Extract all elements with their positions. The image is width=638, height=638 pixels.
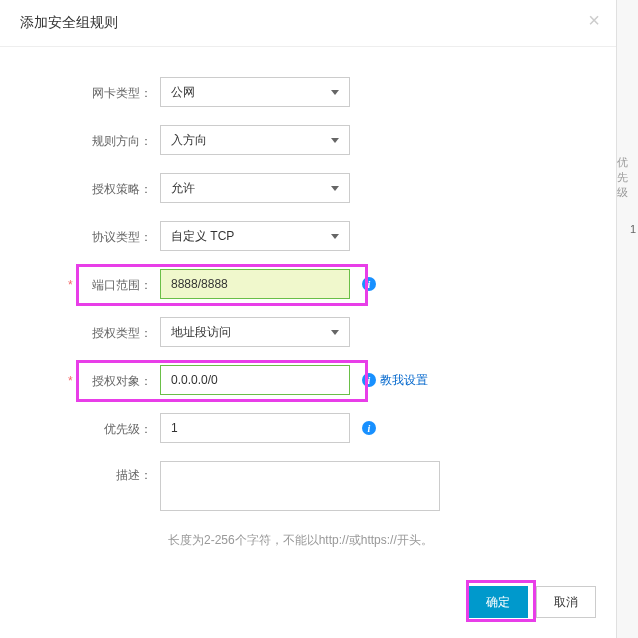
- add-security-rule-modal: 添加安全组规则 × 网卡类型： 公网 规则方向： 入方向 授权策略：: [0, 0, 617, 638]
- ok-button[interactable]: 确定: [468, 586, 528, 618]
- cancel-button-label: 取消: [554, 594, 578, 611]
- label-description: 描述：: [40, 461, 160, 484]
- row-priority: 优先级： i: [40, 413, 576, 443]
- select-auth-type[interactable]: 地址段访问: [160, 317, 350, 347]
- modal-title: 添加安全组规则: [20, 14, 118, 30]
- label-direction: 规则方向：: [40, 131, 160, 150]
- row-protocol: 协议类型： 自定义 TCP: [40, 221, 576, 251]
- label-protocol: 协议类型：: [40, 227, 160, 246]
- input-priority[interactable]: [160, 413, 350, 443]
- select-protocol[interactable]: 自定义 TCP: [160, 221, 350, 251]
- cancel-button[interactable]: 取消: [536, 586, 596, 618]
- description-hint: 长度为2-256个字符，不能以http://或https://开头。: [168, 532, 488, 549]
- label-policy: 授权策略：: [40, 179, 160, 198]
- select-direction[interactable]: 入方向: [160, 125, 350, 155]
- ok-button-label: 确定: [486, 594, 510, 611]
- row-auth-type: 授权类型： 地址段访问: [40, 317, 576, 347]
- bg-row-value: 1: [630, 223, 636, 235]
- row-nic-type: 网卡类型： 公网: [40, 77, 576, 107]
- input-port-range[interactable]: [160, 269, 350, 299]
- modal-body: 网卡类型： 公网 规则方向： 入方向 授权策略： 允许: [0, 47, 616, 559]
- background-panel: 优先级 1: [616, 0, 638, 638]
- modal-header: 添加安全组规则 ×: [0, 0, 616, 47]
- row-description: 描述：: [40, 461, 576, 514]
- label-port-range: 端口范围：: [40, 275, 160, 294]
- row-policy: 授权策略： 允许: [40, 173, 576, 203]
- help-link-auth-object[interactable]: 教我设置: [380, 372, 428, 389]
- info-icon[interactable]: i: [362, 421, 376, 435]
- label-priority: 优先级：: [40, 419, 160, 438]
- select-auth-type-value: 地址段访问: [171, 324, 231, 341]
- label-nic-type: 网卡类型：: [40, 83, 160, 102]
- info-icon[interactable]: i: [362, 373, 376, 387]
- select-nic-type[interactable]: 公网: [160, 77, 350, 107]
- select-policy[interactable]: 允许: [160, 173, 350, 203]
- close-icon[interactable]: ×: [588, 10, 600, 30]
- select-direction-value: 入方向: [171, 132, 207, 149]
- label-auth-type: 授权类型：: [40, 323, 160, 342]
- modal-footer: 确定 取消: [468, 586, 596, 618]
- info-icon[interactable]: i: [362, 277, 376, 291]
- select-protocol-value: 自定义 TCP: [171, 228, 234, 245]
- label-auth-object: 授权对象：: [40, 371, 160, 390]
- textarea-description[interactable]: [160, 461, 440, 511]
- select-policy-value: 允许: [171, 180, 195, 197]
- row-auth-object: 授权对象： i 教我设置: [40, 365, 576, 395]
- row-direction: 规则方向： 入方向: [40, 125, 576, 155]
- row-port-range: 端口范围： i: [40, 269, 576, 299]
- select-nic-type-value: 公网: [171, 84, 195, 101]
- input-auth-object[interactable]: [160, 365, 350, 395]
- bg-priority-header: 优先级: [617, 155, 636, 200]
